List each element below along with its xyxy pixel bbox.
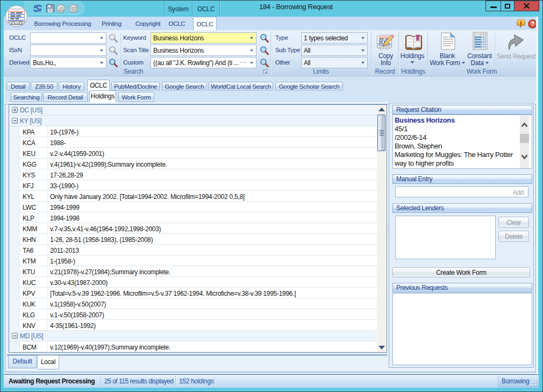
svg-text:?: ? (531, 20, 534, 27)
